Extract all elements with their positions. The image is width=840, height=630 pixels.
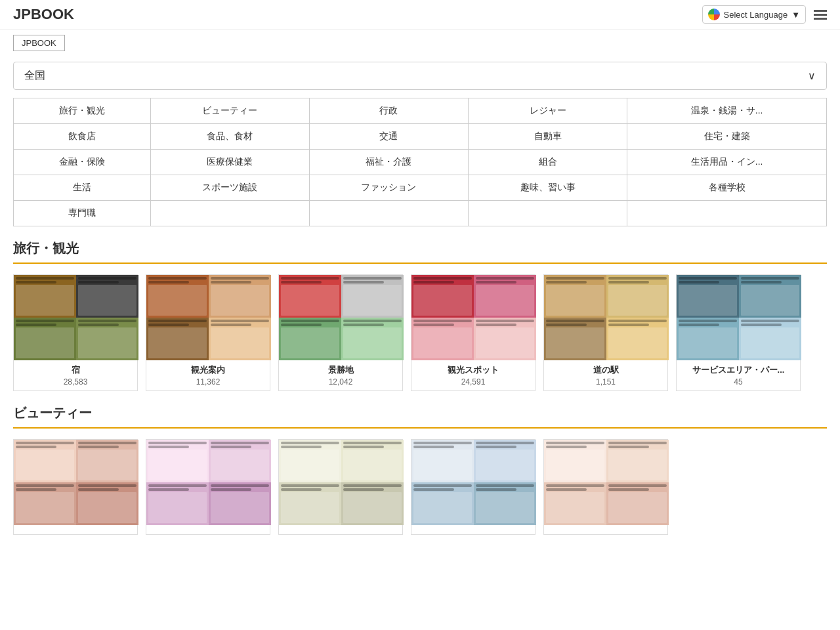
thumb-cell <box>279 318 341 360</box>
card-name: 景勝地 <box>284 364 397 376</box>
card-thumbnail <box>14 440 138 525</box>
section-travel: 旅行・観光宿28,583観光案内11,362景勝地12,042観光スポット24,… <box>13 240 827 391</box>
category-cell[interactable]: 福祉・介護 <box>309 150 468 175</box>
card-service[interactable]: サービスエリア・パー...45 <box>676 274 801 391</box>
category-cell[interactable] <box>627 201 827 226</box>
thumb-cell <box>146 440 209 482</box>
thumb-cell <box>739 275 801 318</box>
card-thumbnail <box>411 275 536 360</box>
card-grid-beauty <box>13 439 827 535</box>
category-cell[interactable]: 趣味、習い事 <box>469 175 627 201</box>
section-title-beauty: ビューティー <box>13 404 827 427</box>
card-thumbnail <box>677 275 801 360</box>
category-cell[interactable]: 温泉・銭湯・サ... <box>627 98 827 124</box>
thumb-cell <box>279 482 341 525</box>
card-thumbnail <box>146 275 271 360</box>
card-info: 道の駅1,151 <box>544 360 667 390</box>
card-yado[interactable]: 宿28,583 <box>13 274 138 391</box>
card-name: サービスエリア・パー... <box>682 364 795 376</box>
category-cell[interactable]: 行政 <box>309 98 468 124</box>
site-logo[interactable]: JPBOOK <box>13 6 74 23</box>
thumb-cell <box>606 482 669 525</box>
category-cell[interactable] <box>309 201 468 226</box>
language-selector[interactable]: Select Language ▼ <box>702 5 806 24</box>
thumb-cell <box>209 275 271 318</box>
category-cell[interactable]: 医療保健業 <box>150 150 309 175</box>
category-cell[interactable]: ビューティー <box>150 98 309 124</box>
category-cell[interactable]: 食品、食材 <box>150 124 309 150</box>
thumb-cell <box>341 275 404 318</box>
language-arrow: ▼ <box>791 10 800 20</box>
category-cell[interactable]: スポーツ施設 <box>150 175 309 201</box>
card-info: 観光スポット24,591 <box>411 360 535 390</box>
thumb-cell <box>76 318 138 360</box>
card-thumbnail <box>279 440 404 525</box>
card-michi[interactable]: 道の駅1,151 <box>543 274 668 391</box>
thumb-cell <box>474 275 536 318</box>
card-thumbnail <box>411 440 536 525</box>
card-name: 観光スポット <box>417 364 530 376</box>
category-grid: 旅行・観光ビューティー行政レジャー温泉・銭湯・サ...飲食店食品、食材交通自動車… <box>13 98 827 226</box>
card-info <box>411 525 535 534</box>
card-b1[interactable] <box>13 439 138 535</box>
thumb-cell <box>474 482 536 525</box>
region-dropdown[interactable]: 全国 ∨ <box>13 62 827 90</box>
card-thumbnail <box>544 275 669 360</box>
category-cell[interactable] <box>469 201 627 226</box>
card-thumbnail <box>146 440 271 525</box>
card-info <box>146 525 270 534</box>
category-cell[interactable]: 金融・保険 <box>14 150 151 175</box>
category-cell[interactable]: 飲食店 <box>14 124 151 150</box>
card-count: 24,591 <box>417 377 530 387</box>
thumb-cell <box>411 318 474 360</box>
card-grid-travel: 宿28,583観光案内11,362景勝地12,042観光スポット24,591道の… <box>13 274 827 391</box>
card-spot[interactable]: 観光スポット24,591 <box>411 274 536 391</box>
category-cell[interactable]: 生活用品・イン... <box>627 150 827 175</box>
category-cell[interactable]: レジャー <box>469 98 627 124</box>
list-view-icon[interactable] <box>814 10 827 20</box>
breadcrumb-home[interactable]: JPBOOK <box>13 35 65 51</box>
thumb-cell <box>341 440 404 482</box>
card-b5[interactable] <box>543 439 668 535</box>
thumb-cell <box>606 275 669 318</box>
card-keish[interactable]: 景勝地12,042 <box>278 274 403 391</box>
thumb-cell <box>544 482 606 525</box>
card-info: 宿28,583 <box>14 360 137 390</box>
card-info: 観光案内11,362 <box>146 360 270 390</box>
thumb-cell <box>677 318 739 360</box>
thumb-cell <box>544 440 606 482</box>
thumb-cell <box>677 275 739 318</box>
card-info: 景勝地12,042 <box>279 360 402 390</box>
category-cell[interactable]: 専門職 <box>14 201 151 226</box>
card-b3[interactable] <box>278 439 403 535</box>
card-b2[interactable] <box>146 439 270 535</box>
category-cell[interactable]: 生活 <box>14 175 151 201</box>
thumb-cell <box>544 318 606 360</box>
thumb-cell <box>474 440 536 482</box>
thumb-cell <box>341 482 404 525</box>
card-kanko[interactable]: 観光案内11,362 <box>146 274 270 391</box>
card-thumbnail <box>544 440 669 525</box>
card-b4[interactable] <box>411 439 536 535</box>
category-cell[interactable]: 交通 <box>309 124 468 150</box>
google-icon <box>708 9 720 20</box>
category-cell[interactable]: ファッション <box>309 175 468 201</box>
card-name: 道の駅 <box>549 364 662 376</box>
card-info <box>544 525 667 534</box>
section-beauty: ビューティー <box>13 404 827 535</box>
thumb-cell <box>146 318 209 360</box>
thumb-cell <box>146 482 209 525</box>
category-cell[interactable]: 旅行・観光 <box>14 98 151 124</box>
card-info <box>279 525 402 534</box>
thumb-cell <box>411 440 474 482</box>
thumb-cell <box>76 275 138 318</box>
category-cell[interactable]: 住宅・建築 <box>627 124 827 150</box>
category-cell[interactable]: 組合 <box>469 150 627 175</box>
thumb-cell <box>76 440 138 482</box>
thumb-cell <box>279 440 341 482</box>
thumb-cell <box>14 318 76 360</box>
category-cell[interactable] <box>150 201 309 226</box>
category-cell[interactable]: 自動車 <box>469 124 627 150</box>
category-cell[interactable]: 各種学校 <box>627 175 827 201</box>
thumb-cell <box>411 482 474 525</box>
